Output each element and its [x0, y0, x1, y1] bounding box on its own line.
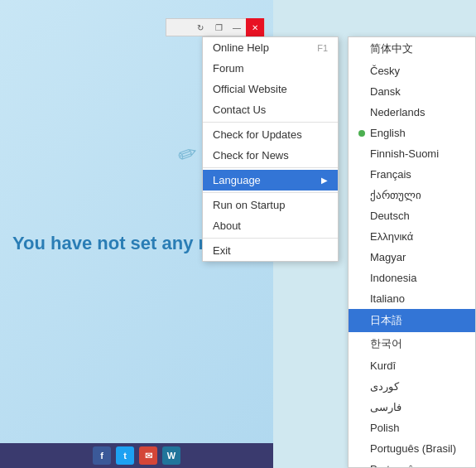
menu-divider-2 — [203, 167, 338, 168]
lang-label: Česky — [370, 65, 400, 77]
lang-active-dot — [358, 130, 365, 137]
menu-label-check-news: Check for News — [213, 149, 289, 162]
twitter-icon[interactable]: t — [116, 446, 134, 465]
menu-item-check-updates[interactable]: Check for Updates — [203, 124, 338, 145]
lang-item-czech[interactable]: Česky — [349, 60, 475, 81]
lang-active-dot — [358, 404, 365, 411]
lang-label: كوردى — [370, 380, 399, 393]
lang-item-english[interactable]: English — [349, 123, 475, 143]
lang-item-danish[interactable]: Dansk — [349, 81, 475, 102]
menu-item-about[interactable]: About — [203, 215, 338, 236]
lang-label: Nederlands — [370, 106, 426, 118]
lang-active-dot — [358, 89, 365, 95]
menu-divider-3 — [203, 192, 338, 193]
lang-item-finnish[interactable]: Finnish-Suomi — [349, 143, 475, 164]
menu-item-official-website[interactable]: Official Website — [203, 79, 338, 99]
lang-active-dot — [358, 254, 365, 261]
lang-active-dot — [358, 384, 365, 390]
lang-label: 简体中文 — [370, 41, 413, 56]
lang-active-dot — [358, 151, 365, 157]
email-icon[interactable]: ✉ — [139, 446, 157, 465]
close-button[interactable]: ✕ — [246, 18, 264, 36]
lang-item-hungarian[interactable]: Magyar — [349, 247, 475, 268]
lang-active-dot — [358, 68, 365, 75]
menu-item-run-startup[interactable]: Run on Startup — [203, 195, 338, 215]
menu-divider-4 — [203, 238, 338, 239]
lang-item-dutch[interactable]: Nederlands — [349, 102, 475, 123]
lang-item-japanese[interactable]: 日本語 — [349, 309, 475, 332]
lang-label: Dansk — [370, 85, 401, 98]
lang-active-dot — [358, 234, 365, 240]
titlebar: ↻ ❐ — ✕ — [166, 18, 265, 36]
lang-active-dot — [358, 46, 365, 52]
lang-label: فارسی — [370, 401, 401, 413]
menu-item-contact-us[interactable]: Contact Us — [203, 99, 338, 120]
lang-active-dot — [358, 171, 365, 178]
social-bar: f t ✉ W — [0, 443, 273, 468]
lang-active-dot — [358, 192, 365, 199]
lang-item-french[interactable]: Français — [349, 164, 475, 185]
lang-item-korean[interactable]: 한국어 — [349, 332, 475, 355]
wordpress-icon[interactable]: W — [162, 446, 180, 465]
menu-item-forum[interactable]: Forum — [203, 58, 338, 79]
lang-label: Deutsch — [370, 210, 410, 222]
lang-active-dot — [358, 317, 365, 324]
lang-active-dot — [358, 446, 365, 452]
main-menu: Online Help F1 Forum Official Website Co… — [202, 36, 339, 262]
lang-label: Kurdî — [370, 359, 396, 372]
lang-active-dot — [358, 275, 365, 282]
lang-label: Magyar — [370, 251, 406, 263]
menu-label-contact-us: Contact Us — [213, 104, 266, 116]
menu-label-run-startup: Run on Startup — [213, 199, 285, 211]
lang-label: Finnish-Suomi — [370, 147, 439, 160]
lang-item-georgian[interactable]: ქართული — [349, 185, 475, 205]
lang-item-kurdish[interactable]: Kurdî — [349, 355, 475, 376]
lang-item-indonesian[interactable]: Indonesia — [349, 268, 475, 288]
lang-item-simplified-chinese[interactable]: 简体中文 — [349, 37, 475, 60]
lang-label: Português (Portugal) — [370, 463, 465, 468]
lang-item-portuguese-portugal[interactable]: Português (Portugal) — [349, 459, 475, 468]
lang-item-kurdish-arabic[interactable]: كوردى — [349, 376, 475, 397]
lang-active-dot — [358, 213, 365, 220]
lang-label: 한국어 — [370, 336, 402, 351]
lang-label: Français — [370, 168, 411, 181]
lang-label: Indonesia — [370, 272, 416, 284]
lang-active-dot — [358, 363, 365, 369]
menu-label-check-updates: Check for Updates — [213, 128, 302, 141]
lang-item-german[interactable]: Deutsch — [349, 205, 475, 226]
lang-item-italian[interactable]: Italiano — [349, 288, 475, 309]
lang-label: Italiano — [370, 292, 405, 305]
menu-divider-1 — [203, 122, 338, 123]
menu-label-language: Language — [213, 174, 261, 186]
submenu-arrow-icon: ▶ — [321, 176, 328, 185]
lang-active-dot — [358, 340, 365, 347]
lang-active-dot — [358, 109, 365, 116]
lang-label: Polish — [370, 422, 399, 434]
menu-item-check-news[interactable]: Check for News — [203, 145, 338, 166]
lang-item-polish[interactable]: Polish — [349, 417, 475, 438]
menu-item-exit[interactable]: Exit — [203, 240, 338, 261]
facebook-icon[interactable]: f — [93, 446, 111, 465]
menu-shortcut-online-help: F1 — [317, 43, 328, 53]
lang-item-greek[interactable]: Ελληνικά — [349, 226, 475, 247]
menu-item-language[interactable]: Language ▶ — [203, 170, 338, 191]
menu-label-official-website: Official Website — [213, 83, 287, 95]
lang-active-dot — [358, 296, 365, 302]
minimize-button[interactable]: — — [228, 18, 246, 36]
menu-label-exit: Exit — [213, 244, 231, 257]
language-submenu: 简体中文ČeskyDanskNederlandsEnglishFinnish-S… — [348, 36, 476, 468]
lang-active-dot — [358, 425, 365, 432]
menu-label-about: About — [213, 220, 241, 232]
lang-label: 日本語 — [370, 313, 402, 328]
lang-label: Ελληνικά — [370, 230, 413, 243]
lang-label: English — [370, 127, 406, 139]
lang-label: ქართული — [370, 189, 421, 201]
menu-label-online-help: Online Help — [213, 41, 269, 54]
lang-label: Português (Brasil) — [370, 442, 456, 455]
menu-item-online-help[interactable]: Online Help F1 — [203, 37, 338, 58]
restore-button[interactable]: ❐ — [209, 18, 228, 36]
refresh-button[interactable]: ↻ — [191, 18, 209, 36]
lang-item-persian[interactable]: فارسی — [349, 397, 475, 417]
lang-item-portuguese-brazil[interactable]: Português (Brasil) — [349, 438, 475, 459]
menu-label-forum: Forum — [213, 62, 244, 75]
